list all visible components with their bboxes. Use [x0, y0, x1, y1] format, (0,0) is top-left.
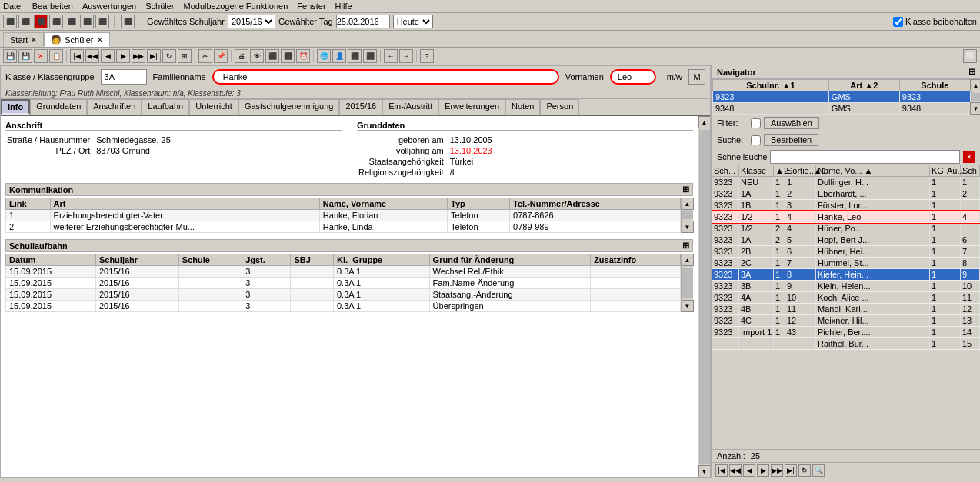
- klasse-beibehalten-checkbox[interactable]: [893, 17, 903, 27]
- tb2-right-btn[interactable]: ⬜: [963, 49, 977, 63]
- content-tab-anschriften[interactable]: Anschriften: [87, 99, 142, 115]
- tb2-b3[interactable]: ⬛: [348, 49, 362, 63]
- schullaufbahn-expand-icon[interactable]: ⊞: [682, 241, 689, 251]
- laufbahn-row-3[interactable]: 15.09.20152015/1630.3A 1Überspringen: [6, 301, 681, 312]
- menu-datei[interactable]: Datei: [3, 2, 23, 11]
- tb2-nav-end[interactable]: ▶|: [147, 49, 161, 63]
- tb2-refresh[interactable]: ↻: [162, 49, 176, 63]
- std-col-sortie[interactable]: Sortie..▲1: [785, 165, 816, 176]
- kommunikation-expand-icon[interactable]: ⊞: [682, 184, 689, 194]
- nav-refresh-btn[interactable]: ↻: [798, 464, 811, 477]
- content-tab-einaustritt[interactable]: Ein-/Austritt: [382, 99, 438, 115]
- content-scroll-up[interactable]: ▲: [698, 116, 711, 128]
- auswaehlen-button[interactable]: Auswählen: [764, 117, 819, 129]
- tb2-filter[interactable]: ⊞: [178, 49, 192, 63]
- student-row-2[interactable]: 93231B13Förster, Lor...1: [712, 200, 980, 211]
- tb2-clock[interactable]: ⏰: [296, 49, 310, 63]
- tb2-arrow1[interactable]: ←: [384, 49, 398, 63]
- nav-next-btn[interactable]: ▶: [757, 464, 769, 477]
- content-tab-grunddaten[interactable]: Grunddaten: [30, 99, 87, 115]
- suche-checkbox[interactable]: [751, 135, 761, 145]
- laufbahn-scroll-up[interactable]: ▲: [682, 254, 694, 266]
- std-col-kg[interactable]: KG: [930, 165, 945, 176]
- komm-row-0[interactable]: 1Erziehungsberechtigter-VaterHanke, Flor…: [6, 210, 681, 221]
- std-col-kg1[interactable]: ▲2: [774, 165, 785, 176]
- std-col-au[interactable]: Au...: [945, 165, 961, 176]
- laufbahn-row-0[interactable]: 15.09.20152015/1630.3A 1Wechsel Rel./Eth…: [6, 266, 681, 278]
- tab-start-close[interactable]: ✕: [31, 36, 37, 44]
- tb2-nav-prev2[interactable]: ◀◀: [85, 49, 99, 63]
- laufbahn-row-2[interactable]: 15.09.20152015/1630.3A 1Staatsang.-Änder…: [6, 289, 681, 301]
- tb-icon-1[interactable]: ⬛: [3, 15, 17, 28]
- klasse-input[interactable]: [101, 69, 147, 85]
- tb2-delete[interactable]: ✕: [34, 49, 48, 63]
- nav-search-btn[interactable]: 🔍: [812, 464, 825, 477]
- tb-icon-6[interactable]: ⬛: [80, 15, 94, 28]
- tb2-person[interactable]: 👤: [332, 49, 346, 63]
- student-row-8[interactable]: 93233A18Kiefer, Hein...19: [712, 269, 980, 281]
- tb2-paste[interactable]: 📌: [214, 49, 228, 63]
- schnellsuche-input[interactable]: [770, 150, 960, 164]
- menu-fenster[interactable]: Fenster: [297, 2, 325, 11]
- tb-icon-5[interactable]: ⬛: [65, 15, 78, 28]
- student-row-10[interactable]: 93234A110Koch, Alice ...111: [712, 292, 980, 304]
- tb2-arrow2[interactable]: →: [399, 49, 413, 63]
- tb2-b4[interactable]: ⬛: [363, 49, 377, 63]
- heute-select[interactable]: Heute: [393, 15, 433, 28]
- nav-school-scroll-thumb[interactable]: [971, 93, 981, 101]
- content-scroll-thumb[interactable]: [699, 130, 710, 464]
- nav-col-schulnr[interactable]: Schulnr. ▲1: [713, 80, 829, 91]
- filter-checkbox[interactable]: [751, 118, 761, 128]
- tb2-nav-begin[interactable]: |◀: [70, 49, 84, 63]
- tb2-globe[interactable]: 🌐: [317, 49, 331, 63]
- std-col-name[interactable]: Name, Vo... ▲: [816, 165, 930, 176]
- student-row-11[interactable]: 93234B111Mandl, Karl...112: [712, 304, 980, 315]
- content-tab-noten[interactable]: Noten: [505, 99, 540, 115]
- tb-icon-2[interactable]: ⬛: [18, 15, 32, 28]
- std-col-klasse[interactable]: Klasse: [739, 165, 774, 176]
- student-row-6[interactable]: 93232B16Hübner, Hei...17: [712, 246, 980, 258]
- nav-next2-btn[interactable]: ▶▶: [771, 464, 783, 477]
- komm-scroll-up[interactable]: ▲: [682, 198, 694, 210]
- content-tab-unterricht[interactable]: Unterricht: [189, 99, 238, 115]
- laufbahn-scrollbar[interactable]: ▲ ▼: [681, 254, 693, 312]
- student-row-12[interactable]: 93234C112Meixner, Hil...113: [712, 315, 980, 327]
- tb2-b1[interactable]: ⬛: [265, 49, 279, 63]
- tab-schueler-close[interactable]: ✕: [97, 36, 103, 44]
- menu-hilfe[interactable]: Hilfe: [335, 2, 352, 11]
- student-row-13[interactable]: 9323Import 1143Pichler, Bert...114: [712, 327, 980, 338]
- tb2-nav-prev[interactable]: ◀: [101, 49, 115, 63]
- tb-icon-3[interactable]: ⬛: [34, 15, 48, 28]
- content-tab-person[interactable]: Person: [540, 99, 579, 115]
- tb2-copy[interactable]: 📋: [49, 49, 63, 63]
- tb2-print[interactable]: 🖨: [235, 49, 248, 63]
- nav-school-scroll-down[interactable]: ▼: [970, 102, 981, 115]
- laufbahn-row-1[interactable]: 15.09.20152015/1630.3A 1Fam.Name-Änderun…: [6, 278, 681, 289]
- nav-school-row-1[interactable]: 9348GMS9348: [713, 103, 971, 115]
- tab-schueler[interactable]: 🧑 Schüler ✕: [44, 32, 109, 47]
- tb2-b2[interactable]: ⬛: [281, 49, 295, 63]
- komm-row-1[interactable]: 2weiterer Erziehungsberechtigter-Mu...Ha…: [6, 221, 681, 233]
- laufbahn-scroll-thumb[interactable]: [682, 268, 693, 298]
- nav-begin-btn[interactable]: |◀: [715, 464, 728, 477]
- tb2-save[interactable]: 💾: [3, 49, 17, 63]
- bearbeiten-button[interactable]: Bearbeiten: [764, 134, 818, 146]
- tb-icon-7[interactable]: ⬛: [95, 15, 109, 28]
- tb2-nav-next[interactable]: ▶: [116, 49, 130, 63]
- student-row-7[interactable]: 93232C17Hummel, St...18: [712, 258, 980, 269]
- student-row-5[interactable]: 93231A25Hopf, Bert J...16: [712, 234, 980, 246]
- content-tab-erweiterungen[interactable]: Erweiterungen: [438, 99, 505, 115]
- tb2-cut[interactable]: ✂: [198, 49, 212, 63]
- tag-input[interactable]: 25.02.2016: [336, 15, 390, 28]
- tb2-save2[interactable]: 💾: [18, 49, 32, 63]
- student-row-1[interactable]: 93231A12Eberhardt, ...12: [712, 188, 980, 200]
- tab-start[interactable]: Start ✕: [3, 32, 44, 47]
- content-tab-info[interactable]: Info: [1, 99, 30, 115]
- student-row-4[interactable]: 93231/224Hüner, Po...1: [712, 223, 980, 234]
- nav-col-art[interactable]: Art ▲2: [828, 80, 899, 91]
- tb-icon-4[interactable]: ⬛: [49, 15, 63, 28]
- familienname-input[interactable]: [212, 69, 559, 85]
- schuljahr-select[interactable]: 2015/16: [228, 15, 275, 28]
- nav-school-scroll-up[interactable]: ▲: [970, 79, 981, 91]
- mw-button[interactable]: M: [688, 69, 705, 85]
